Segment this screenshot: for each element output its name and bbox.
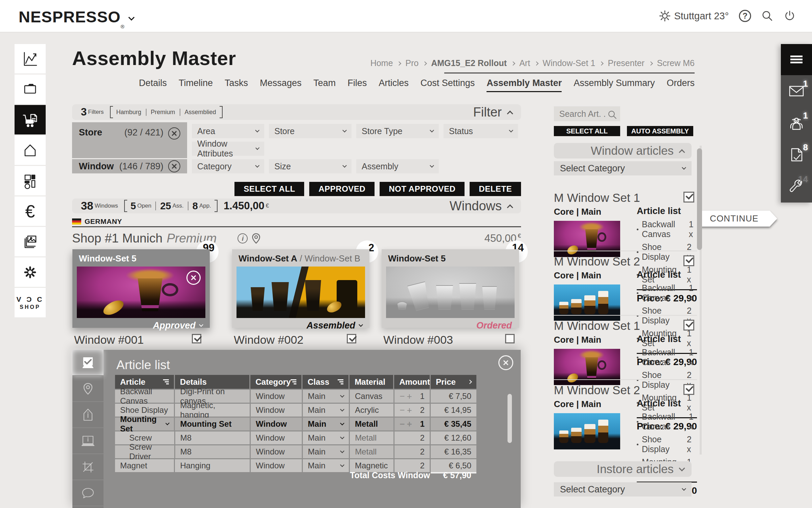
dropdown-status[interactable]: Status xyxy=(444,124,518,138)
class-dropdown[interactable]: Main xyxy=(303,404,349,417)
col-category[interactable]: Category xyxy=(250,375,301,389)
delete-button[interactable]: DELETE xyxy=(470,182,521,196)
not-approved-button[interactable]: NOT APPROVED xyxy=(380,182,465,196)
window-status-dropdown[interactable]: Assembled xyxy=(236,318,365,333)
col-price[interactable]: Price xyxy=(431,375,476,389)
dropdown-assembly[interactable]: Assembly xyxy=(356,159,439,173)
window-card-2[interactable]: 2 Window-Set A / Window-Set B Assembled xyxy=(232,249,369,328)
window-set-entry-2[interactable]: M Window Set 2 Core | Main Article list … xyxy=(554,255,697,281)
entry-3-checkbox[interactable] xyxy=(683,320,694,331)
class-dropdown[interactable]: Main xyxy=(303,431,349,444)
rail-messages-button[interactable]: 1 xyxy=(781,75,812,107)
instore-articles-header[interactable]: Instore articles xyxy=(554,461,692,477)
location-pin-icon[interactable] xyxy=(251,233,261,244)
amount-stepper[interactable]: −+ xyxy=(400,391,414,402)
article-row-screw[interactable]: Screw M8 Window Main Metall 2 € 12,60 xyxy=(115,431,476,444)
select-category-dropdown[interactable]: Select Category xyxy=(554,161,692,175)
dropdown-store-type[interactable]: Store Type xyxy=(356,124,439,138)
window-3-checkbox[interactable] xyxy=(505,334,515,343)
close-article-panel-icon[interactable] xyxy=(498,355,513,372)
tab-assembly-master[interactable]: Assembly Master xyxy=(487,78,562,92)
remove-window-filter-icon[interactable] xyxy=(168,160,180,172)
remove-store-filter-icon[interactable] xyxy=(168,127,180,140)
col-material[interactable]: Material xyxy=(349,375,393,389)
tab-orders[interactable]: Orders xyxy=(667,78,695,92)
tool-comments[interactable] xyxy=(72,480,104,506)
window-card-1[interactable]: 99 Window-Set 5 Approved xyxy=(72,249,210,328)
class-dropdown[interactable]: Main xyxy=(303,418,349,430)
search-icon[interactable] xyxy=(761,10,773,22)
breadcrumb-item[interactable]: Window-Set 1 xyxy=(543,58,595,68)
article-row-shoe-display[interactable]: Shoe Display Magnetic, hanging Window Ma… xyxy=(115,404,476,417)
tool-visual-check[interactable] xyxy=(72,350,104,376)
tool-location[interactable] xyxy=(72,376,104,402)
menu-button[interactable] xyxy=(781,44,812,75)
tool-crop[interactable] xyxy=(72,454,104,480)
col-amount[interactable]: Amount xyxy=(394,375,430,389)
tab-cost-settings[interactable]: Cost Settings xyxy=(421,78,475,92)
approved-button[interactable]: APPROVED xyxy=(309,182,375,196)
tab-tasks[interactable]: Tasks xyxy=(225,78,248,92)
tab-assembly-summary[interactable]: Assembly Summary xyxy=(573,78,655,92)
rail-tasks-button[interactable]: 8 xyxy=(781,139,812,171)
breadcrumb-item[interactable]: Screw M6 xyxy=(657,58,695,68)
window-set-entry-3[interactable]: M Window Set 1 Core | Main Article list … xyxy=(554,319,697,345)
panel-select-all-button[interactable]: SELECT ALL xyxy=(554,126,620,136)
dropdown-window-attributes[interactable]: Window Attributes xyxy=(192,142,264,156)
dropdown-category[interactable]: Category xyxy=(192,159,264,173)
windows-collapse-toggle[interactable]: Windows xyxy=(450,199,512,213)
entry-4-checkbox[interactable] xyxy=(683,384,694,395)
auto-assembly-button[interactable]: AUTO ASSEMBLY xyxy=(627,126,693,136)
window-1-checkbox[interactable] xyxy=(192,334,201,343)
breadcrumb-item[interactable]: Art xyxy=(519,58,530,68)
info-icon[interactable] xyxy=(238,233,248,244)
sidebar-item-media[interactable] xyxy=(15,227,46,257)
sidebar-item-analytics[interactable] xyxy=(15,44,46,75)
article-row-mounting-set[interactable]: Mounting Set Mounting Set Window Main Me… xyxy=(115,418,476,430)
article-row-screw-driver[interactable]: Screw Driver M8 Window Main Metall 2 € 1… xyxy=(115,445,476,458)
class-dropdown[interactable]: Main xyxy=(303,390,349,403)
breadcrumb-item[interactable]: Presenter xyxy=(608,58,644,68)
window-articles-header[interactable]: Window articles xyxy=(554,143,692,158)
help-icon[interactable] xyxy=(739,10,751,22)
select-all-button[interactable]: SELECT ALL xyxy=(234,182,304,196)
window-set-entry-4[interactable]: M Window Set 2 Core | Main Article list … xyxy=(554,383,697,409)
tool-store-info[interactable] xyxy=(72,402,104,428)
sidebar-item-costs[interactable] xyxy=(15,196,46,227)
sidebar-item-home[interactable] xyxy=(15,135,46,166)
class-dropdown[interactable]: Main xyxy=(303,445,349,458)
window-2-checkbox[interactable] xyxy=(347,334,356,343)
dropdown-store[interactable]: Store xyxy=(269,124,352,138)
brand-menu[interactable]: NESPRESSO® xyxy=(19,7,134,29)
sidebar-item-settings[interactable] xyxy=(15,257,46,288)
breadcrumb-item[interactable]: Home xyxy=(370,58,393,68)
entry-2-checkbox[interactable] xyxy=(683,255,694,266)
side-panel-scrollbar-thumb[interactable] xyxy=(697,148,702,250)
rail-tools-button[interactable]: 14 xyxy=(781,171,812,203)
dropdown-area[interactable]: Area xyxy=(192,124,264,138)
tool-display-info[interactable] xyxy=(72,428,104,454)
window-set-entry-1[interactable]: M Window Set 1 Core | Main Article list … xyxy=(554,191,697,217)
sidebar-item-projects[interactable] xyxy=(15,75,46,105)
continue-button[interactable]: CONTINUE xyxy=(700,211,777,227)
windows-summary-bar[interactable]: 38 Windows 5 Open 25 Ass. 8 App. 1.450,0… xyxy=(72,198,521,213)
tab-articles[interactable]: Articles xyxy=(379,78,409,92)
filter-collapse-toggle[interactable]: Filter xyxy=(473,105,512,120)
article-panel-scrollbar[interactable] xyxy=(508,394,512,443)
window-status-dropdown[interactable]: Approved xyxy=(77,318,205,333)
window-card-3[interactable]: 14 Window-Set 5 Ordered xyxy=(382,249,519,328)
power-icon[interactable] xyxy=(784,10,796,22)
search-articles-input[interactable] xyxy=(554,106,620,121)
amount-stepper[interactable]: −+ xyxy=(400,405,414,416)
article-row-backwall-canvas[interactable]: Backwall Canvas Digi-Print on canvas Win… xyxy=(115,390,476,403)
tab-files[interactable]: Files xyxy=(347,78,367,92)
breadcrumb-item[interactable]: Pro xyxy=(405,58,419,68)
dropdown-size[interactable]: Size xyxy=(269,159,352,173)
sidebar-item-vdc-shop[interactable]: V Ɔ C SHOP xyxy=(15,288,46,318)
entry-1-checkbox[interactable] xyxy=(683,192,694,203)
amount-stepper[interactable]: −+ xyxy=(400,419,414,429)
sidebar-item-assembly[interactable] xyxy=(15,105,46,135)
col-class[interactable]: Class xyxy=(302,375,348,389)
rail-team-button[interactable]: 1 xyxy=(781,107,812,139)
breadcrumb-item-current-project[interactable]: AMG15_E2 Rollout xyxy=(431,58,507,68)
